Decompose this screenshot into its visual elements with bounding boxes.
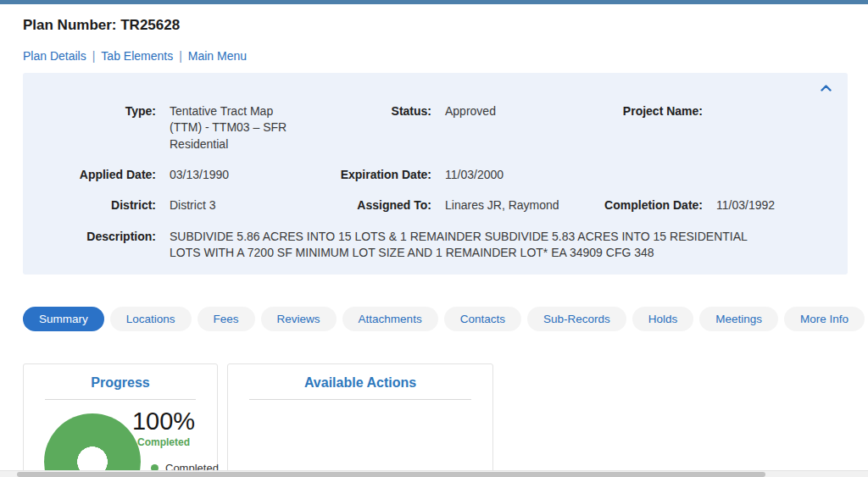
description-value: SUBDIVIDE 5.86 ACRES INTO 15 LOTS & 1 RE… <box>170 229 848 262</box>
progress-percent-caption: Completed <box>127 436 200 448</box>
link-separator: | <box>179 49 182 63</box>
card-divider <box>249 399 471 400</box>
link-main-menu[interactable]: Main Menu <box>188 49 247 63</box>
link-tab-elements[interactable]: Tab Elements <box>101 49 173 63</box>
link-separator: | <box>92 49 96 63</box>
tab-meetings[interactable]: Meetings <box>699 307 778 331</box>
tab-locations[interactable]: Locations <box>110 307 192 331</box>
horizontal-scrollbar[interactable] <box>0 470 868 477</box>
progress-donut-chart <box>44 413 141 477</box>
card-divider <box>45 399 196 400</box>
expiration-date-label: Expiration Date: <box>301 167 445 183</box>
progress-percent: 100% <box>127 409 200 434</box>
tab-fees[interactable]: Fees <box>198 307 255 331</box>
applied-date-value: 03/13/1990 <box>170 167 301 183</box>
progress-card-title: Progress <box>24 375 217 391</box>
available-actions-title: Available Actions <box>228 375 492 391</box>
applied-date-label: Applied Date: <box>23 167 170 183</box>
tab-attachments[interactable]: Attachments <box>342 307 438 331</box>
plan-fields: Type: Tentative Tract Map (TTM) - TTM03 … <box>23 103 848 261</box>
progress-card: Progress 100% Completed Completed <box>23 363 218 477</box>
assigned-to-label: Assigned To: <box>301 197 445 214</box>
link-plan-details[interactable]: Plan Details <box>23 49 86 63</box>
type-label: Type: <box>23 103 170 119</box>
type-value: Tentative Tract Map (TTM) - TTM03 – SFR … <box>170 103 301 153</box>
tab-sub-records[interactable]: Sub-Records <box>527 307 626 331</box>
status-label: Status: <box>301 103 445 119</box>
tab-contacts[interactable]: Contacts <box>444 307 521 331</box>
top-accent-bar <box>0 0 868 4</box>
plan-details-panel: Type: Tentative Tract Map (TTM) - TTM03 … <box>23 73 848 275</box>
horizontal-scrollbar-thumb[interactable] <box>17 472 765 477</box>
breadcrumb: Plan Details|Tab Elements|Main Menu <box>23 49 848 63</box>
expiration-date-value: 11/03/2000 <box>445 167 568 183</box>
assigned-to-value: Linares JR, Raymond <box>445 197 568 214</box>
summary-cards: Progress 100% Completed Completed Availa… <box>23 363 848 477</box>
district-label: District: <box>23 197 170 214</box>
tab-reviews[interactable]: Reviews <box>261 307 337 331</box>
completion-date-value: 11/03/1992 <box>716 197 848 214</box>
record-tabs: Summary Locations Fees Reviews Attachmen… <box>23 307 848 331</box>
available-actions-card: Available Actions <box>227 363 493 477</box>
tab-summary[interactable]: Summary <box>23 307 104 331</box>
district-value: District 3 <box>170 197 301 214</box>
status-value: Approved <box>445 103 568 119</box>
page-title: Plan Number: TR25628 <box>23 17 848 34</box>
tab-holds[interactable]: Holds <box>632 307 694 331</box>
progress-percent-block: 100% Completed <box>127 409 200 448</box>
project-name-label: Project Name: <box>568 103 716 119</box>
completion-date-label: Completion Date: <box>568 197 716 214</box>
description-label: Description: <box>23 229 170 245</box>
chevron-up-icon <box>821 81 832 94</box>
tab-more-info[interactable]: More Info <box>784 307 865 331</box>
collapse-panel-button[interactable] <box>817 80 834 94</box>
